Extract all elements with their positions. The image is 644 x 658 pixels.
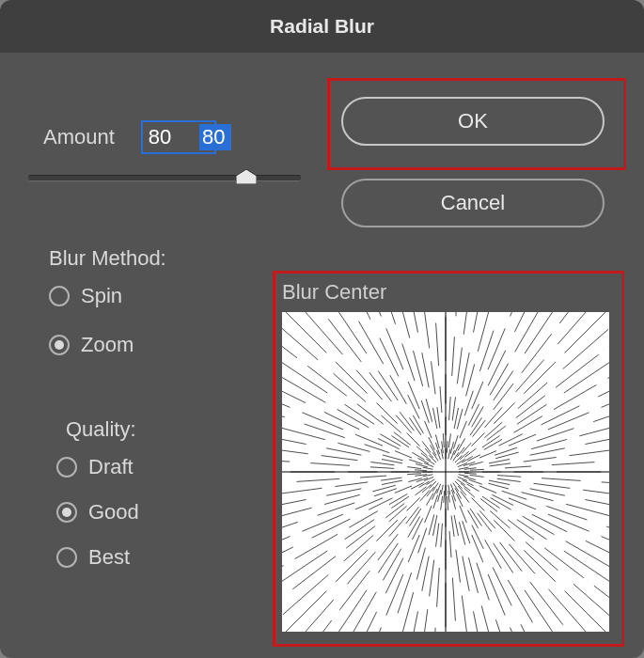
svg-line-274 [367,312,370,320]
svg-line-328 [468,404,479,426]
svg-line-49 [526,542,558,571]
svg-line-108 [441,496,443,510]
quality-title: Quality: [66,417,139,442]
svg-line-240 [282,363,327,393]
ok-button[interactable]: OK [341,97,605,146]
svg-line-372 [499,434,523,446]
svg-line-337 [494,371,513,401]
svg-line-180 [282,537,291,540]
svg-line-235 [338,409,369,428]
svg-line-356 [563,329,608,368]
svg-line-142 [378,534,398,560]
svg-line-343 [559,312,568,323]
blur-center-preview[interactable] [282,312,609,632]
svg-line-157 [283,575,328,615]
slider-track [28,175,301,181]
svg-line-119 [402,592,413,632]
svg-line-305 [452,337,455,376]
svg-line-109 [436,524,439,547]
svg-line-360 [556,354,599,387]
svg-line-248 [334,373,366,401]
svg-line-170 [295,534,338,558]
cancel-button[interactable]: Cancel [341,179,605,227]
svg-line-253 [336,362,367,393]
svg-line-219 [282,428,325,439]
svg-line-213 [382,460,402,463]
svg-line-20 [566,504,609,515]
svg-line-177 [395,486,412,494]
slider-handle[interactable] [236,169,257,184]
svg-line-389 [489,460,510,463]
svg-line-385 [495,452,518,459]
svg-line-199 [297,478,340,481]
svg-line-211 [282,450,308,454]
svg-line-347 [558,312,586,344]
svg-line-239 [345,404,375,424]
svg-line-86 [459,522,465,544]
svg-line-94 [451,516,454,537]
radio-icon [56,502,77,523]
svg-line-46 [594,586,609,597]
radio-zoom[interactable]: Zoom [49,333,166,357]
svg-line-169 [349,511,378,528]
svg-line-338 [525,312,553,353]
svg-line-265 [378,371,398,401]
svg-line-312 [454,408,458,429]
radio-spin[interactable]: Spin [49,284,166,308]
svg-line-374 [598,391,609,397]
svg-line-152 [336,550,367,581]
radio-draft[interactable]: Draft [56,455,139,479]
svg-line-205 [370,467,394,469]
radio-icon [49,286,70,306]
svg-line-18 [488,483,509,489]
svg-line-249 [282,328,318,359]
svg-line-120 [433,495,438,509]
svg-line-364 [517,404,547,424]
svg-line-82 [463,521,470,543]
svg-line-282 [402,344,415,382]
svg-line-26 [479,486,496,494]
svg-line-266 [338,312,367,353]
svg-line-185 [408,478,422,482]
svg-line-391 [585,439,609,444]
quality-group: Quality: Draft Good Best [56,417,139,570]
svg-line-269 [390,375,407,404]
svg-line-73 [472,525,483,549]
radio-good[interactable]: Good [56,500,139,525]
svg-line-74 [493,568,511,606]
svg-line-334 [515,312,538,352]
svg-line-194 [381,478,401,480]
amount-input[interactable] [141,120,216,154]
svg-line-244 [307,366,347,396]
svg-line-106 [437,568,440,607]
svg-line-117 [429,514,434,535]
svg-line-171 [282,566,284,567]
radio-icon [49,335,70,355]
svg-line-110 [430,560,434,597]
svg-line-84 [495,619,499,632]
svg-line-245 [282,347,297,358]
svg-line-324 [472,382,483,409]
svg-line-182 [374,489,397,496]
svg-line-243 [357,404,384,424]
svg-line-352 [565,312,605,352]
svg-line-278 [386,328,403,369]
svg-line-270 [359,321,384,364]
svg-line-226 [355,434,383,446]
svg-line-346 [516,360,544,392]
svg-line-309 [457,348,462,384]
svg-line-104 [444,491,445,503]
svg-line-308 [452,397,455,420]
svg-line-384 [469,462,483,465]
svg-line-22 [502,491,527,499]
amount-slider[interactable] [28,171,301,192]
svg-line-228 [282,404,291,408]
svg-line-192 [282,500,306,505]
dialog-title: Radial Blur [0,0,644,53]
radio-best[interactable]: Best [56,545,139,570]
svg-line-398 [552,462,595,465]
svg-line-190 [382,480,402,484]
svg-line-259 [422,441,431,452]
svg-line-63 [530,582,563,625]
svg-line-310 [463,312,466,335]
